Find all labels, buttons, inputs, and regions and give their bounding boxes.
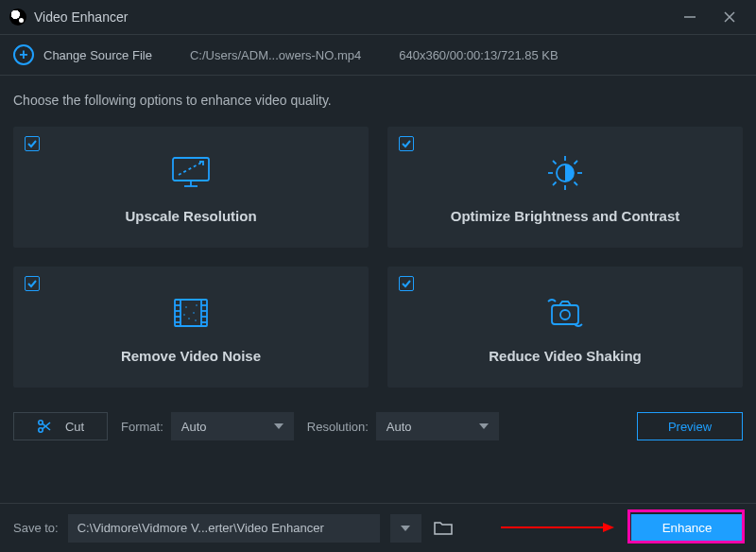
save-path-dropdown[interactable]: [389, 514, 421, 543]
svg-line-15: [553, 181, 557, 185]
folder-icon: [433, 520, 454, 537]
scissors-icon: [37, 419, 52, 434]
svg-line-6: [179, 162, 203, 175]
brightness-icon: [541, 151, 589, 195]
chevron-down-icon: [401, 526, 410, 531]
card-optimize-brightness[interactable]: Optimize Brightness and Contrast: [387, 127, 743, 248]
close-button[interactable]: [720, 8, 739, 26]
source-path: C:/Users/ADM...owers-NO.mp4: [190, 48, 361, 62]
format-dropdown[interactable]: Auto: [171, 412, 294, 440]
card-label: Remove Video Noise: [121, 348, 261, 364]
svg-point-29: [188, 318, 190, 319]
source-bar: + Change Source File C:/Users/ADM...ower…: [0, 34, 756, 76]
checkbox-shaking[interactable]: [399, 276, 414, 291]
svg-line-12: [553, 161, 557, 164]
resolution-value: Auto: [387, 420, 412, 434]
card-upscale-resolution[interactable]: Upscale Resolution: [13, 127, 369, 248]
card-remove-noise[interactable]: Remove Video Noise: [13, 267, 369, 388]
app-title: Video Enhancer: [34, 9, 128, 25]
save-bar: Save to: C:\Vidmore\Vidmore V...erter\Vi…: [0, 503, 756, 552]
minimize-button[interactable]: [680, 8, 699, 26]
enhance-label: Enhance: [662, 521, 713, 535]
app-icon: [9, 9, 26, 26]
instruction-text: Choose the following options to enhance …: [0, 76, 756, 117]
card-label: Optimize Brightness and Contrast: [451, 208, 680, 224]
chevron-down-icon: [479, 423, 489, 429]
save-path-text: C:\Vidmore\Vidmore V...erter\Video Enhan…: [77, 521, 324, 535]
svg-point-28: [193, 312, 195, 314]
card-reduce-shaking[interactable]: Reduce Video Shaking: [387, 267, 743, 388]
change-source-label: Change Source File: [43, 48, 152, 62]
film-noise-icon: [167, 291, 215, 335]
toolbar: Cut Format: Auto Resolution: Auto Previe…: [0, 399, 756, 440]
checkbox-noise[interactable]: [25, 276, 40, 291]
checkbox-brightness[interactable]: [399, 136, 414, 151]
cut-label: Cut: [65, 420, 84, 434]
svg-point-27: [185, 306, 187, 308]
svg-line-37: [43, 423, 50, 430]
options-grid: Upscale Resolution: [0, 117, 756, 399]
svg-rect-33: [552, 305, 578, 324]
cut-button[interactable]: Cut: [13, 412, 108, 440]
title-bar: Video Enhancer: [0, 0, 756, 34]
open-folder-button[interactable]: [431, 518, 455, 539]
plus-circle-icon: +: [13, 44, 34, 65]
svg-line-13: [575, 181, 578, 185]
svg-line-38: [43, 423, 50, 429]
format-label: Format:: [121, 420, 163, 434]
monitor-upscale-icon: [167, 151, 215, 195]
preview-button[interactable]: Preview: [637, 412, 743, 440]
svg-point-30: [196, 304, 198, 306]
checkbox-upscale[interactable]: [25, 136, 40, 151]
card-label: Upscale Resolution: [125, 208, 256, 224]
svg-point-31: [183, 314, 185, 316]
card-label: Reduce Video Shaking: [489, 348, 641, 364]
svg-point-34: [560, 310, 570, 319]
camera-shake-icon: [539, 291, 592, 335]
svg-line-14: [575, 161, 578, 164]
enhance-button[interactable]: Enhance: [631, 514, 743, 543]
save-path-field[interactable]: C:\Vidmore\Vidmore V...erter\Video Enhan…: [68, 514, 380, 543]
format-value: Auto: [181, 420, 207, 434]
source-meta: 640x360/00:00:13/721.85 KB: [399, 48, 558, 62]
chevron-down-icon: [274, 423, 284, 429]
resolution-label: Resolution:: [307, 420, 369, 434]
resolution-dropdown[interactable]: Auto: [376, 412, 499, 440]
save-to-label: Save to:: [13, 521, 59, 535]
change-source-button[interactable]: + Change Source File: [13, 44, 152, 65]
svg-point-32: [195, 319, 197, 321]
preview-label: Preview: [668, 420, 712, 434]
